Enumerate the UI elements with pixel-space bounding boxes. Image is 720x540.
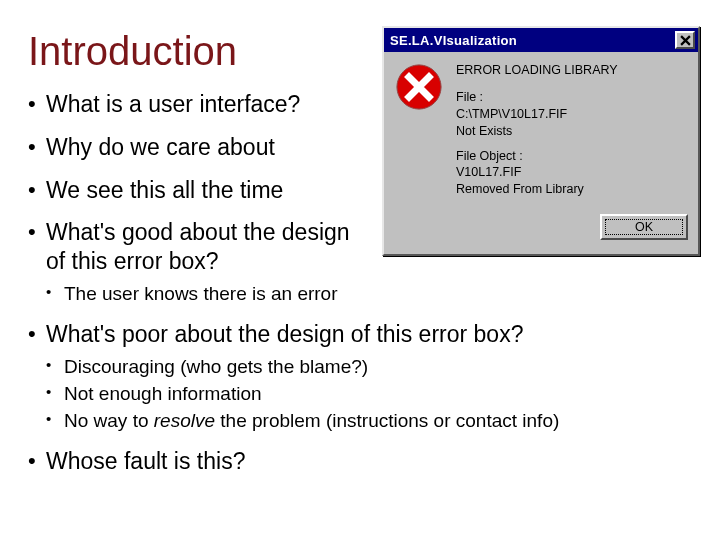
- sub-item: The user knows there is an error: [46, 282, 368, 307]
- error-file-block: File : C:\TMP\V10L17.FIF Not Exists: [456, 89, 618, 140]
- ok-label: OK: [635, 220, 653, 234]
- bullet-item: What is a user interface?: [28, 90, 368, 119]
- object-status: Removed From Library: [456, 181, 618, 198]
- error-text: ERROR LOADING LIBRARY File : C:\TMP\V10L…: [456, 62, 618, 198]
- bullet-item: Why do we care about: [28, 133, 368, 162]
- lower-column: What's poor about the design of this err…: [28, 320, 692, 476]
- file-status: Not Exists: [456, 123, 618, 140]
- bullet-text: What's good about the design of this err…: [46, 219, 350, 274]
- bullet-item: We see this all the time: [28, 176, 368, 205]
- emphasis: resolve: [154, 410, 215, 431]
- dialog-titlebar[interactable]: SE.LA.VIsualization: [384, 28, 698, 52]
- bullet-text: What's poor about the design of this err…: [46, 321, 523, 347]
- left-column: What is a user interface? Why do we care…: [28, 90, 368, 306]
- file-path: C:\TMP\V10L17.FIF: [456, 106, 618, 123]
- sub-item: No way to resolve the problem (instructi…: [46, 409, 692, 434]
- error-heading: ERROR LOADING LIBRARY: [456, 62, 618, 79]
- dialog-body: ERROR LOADING LIBRARY File : C:\TMP\V10L…: [384, 52, 698, 254]
- ok-button[interactable]: OK: [600, 214, 688, 240]
- dialog-title: SE.LA.VIsualization: [390, 33, 517, 48]
- sub-list: The user knows there is an error: [46, 282, 368, 307]
- bullet-item: What's poor about the design of this err…: [28, 320, 692, 433]
- error-object-block: File Object : V10L17.FIF Removed From Li…: [456, 148, 618, 199]
- sub-item: Discouraging (who gets the blame?): [46, 355, 692, 380]
- error-icon: [394, 62, 444, 112]
- slide: Introduction What is a user interface? W…: [0, 0, 720, 540]
- object-name: V10L17.FIF: [456, 164, 618, 181]
- sub-item: Not enough information: [46, 382, 692, 407]
- object-label: File Object :: [456, 148, 618, 165]
- sub-list: Discouraging (who gets the blame?) Not e…: [46, 355, 692, 433]
- close-icon: [680, 35, 691, 46]
- file-label: File :: [456, 89, 618, 106]
- close-button[interactable]: [675, 31, 695, 49]
- bullet-item: Whose fault is this?: [28, 447, 692, 476]
- bullet-list-bottom: What's poor about the design of this err…: [28, 320, 692, 476]
- bullet-item: What's good about the design of this err…: [28, 218, 368, 306]
- error-row: ERROR LOADING LIBRARY File : C:\TMP\V10L…: [394, 62, 688, 198]
- bullet-list-top: What is a user interface? Why do we care…: [28, 90, 368, 306]
- error-dialog: SE.LA.VIsualization ERROR LOADING LIBRAR…: [382, 26, 700, 256]
- ok-row: OK: [394, 214, 688, 242]
